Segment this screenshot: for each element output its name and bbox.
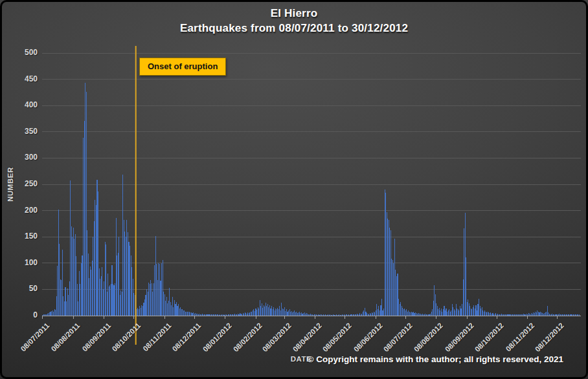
bar <box>87 230 87 316</box>
bar <box>208 314 209 316</box>
bar <box>167 303 168 316</box>
bar <box>122 292 122 316</box>
bar <box>519 314 520 316</box>
bar <box>551 314 552 316</box>
bar <box>201 314 201 316</box>
bar <box>328 314 328 316</box>
bar <box>516 314 517 316</box>
bar <box>236 314 236 316</box>
bar <box>163 260 163 316</box>
bar <box>335 315 335 316</box>
bar <box>146 289 147 316</box>
bar <box>456 304 457 316</box>
bar <box>429 314 429 316</box>
bar <box>547 306 548 316</box>
bar <box>477 310 477 316</box>
bar <box>96 180 97 316</box>
bar <box>469 306 470 316</box>
bar <box>200 314 201 316</box>
bar <box>374 312 374 316</box>
bar <box>291 311 292 316</box>
bar <box>280 310 281 316</box>
bar <box>460 306 460 316</box>
bar <box>571 314 571 316</box>
bar <box>548 312 548 316</box>
bar <box>212 314 212 316</box>
bar <box>298 312 299 316</box>
bar <box>68 295 69 316</box>
bar <box>444 306 444 316</box>
bar <box>497 314 497 316</box>
bar <box>331 315 332 316</box>
bar <box>400 304 400 316</box>
bar <box>556 314 556 316</box>
bar <box>445 310 446 316</box>
bar <box>417 314 418 316</box>
bar <box>69 281 70 316</box>
bar <box>343 315 343 316</box>
bar <box>260 300 260 316</box>
bar <box>144 299 145 316</box>
bar <box>544 313 545 316</box>
bar <box>357 314 357 316</box>
bar <box>156 264 157 316</box>
bar <box>452 304 453 316</box>
bar <box>468 299 468 316</box>
bar <box>61 280 62 316</box>
y-axis-tick-label: 250 <box>5 179 38 188</box>
bar <box>262 308 263 316</box>
bar <box>299 312 300 316</box>
bar <box>178 304 179 316</box>
bar <box>567 314 567 316</box>
bar <box>531 313 532 316</box>
bar <box>247 312 248 316</box>
bar <box>128 242 129 316</box>
bar <box>281 303 282 316</box>
bar <box>346 314 346 316</box>
bar <box>381 299 382 316</box>
bar <box>161 263 162 316</box>
bar <box>424 314 425 316</box>
bar <box>526 314 527 316</box>
bar <box>416 313 417 316</box>
bar <box>258 307 258 316</box>
bar <box>336 314 337 316</box>
bar <box>240 313 240 316</box>
bar <box>458 310 459 316</box>
bar <box>187 312 188 316</box>
bar <box>304 312 305 316</box>
bar <box>133 293 134 316</box>
bar <box>306 313 307 316</box>
bar <box>561 314 561 316</box>
bar <box>321 314 322 316</box>
bar <box>198 314 199 316</box>
bar <box>532 314 533 316</box>
bar <box>95 200 95 316</box>
bar <box>145 295 146 316</box>
bar <box>62 250 63 316</box>
bar <box>310 314 311 316</box>
bar <box>473 305 474 316</box>
bar <box>372 313 373 316</box>
bar <box>86 92 87 316</box>
bar <box>172 297 173 316</box>
bar <box>341 315 341 316</box>
bar <box>282 309 283 316</box>
bar <box>76 256 76 316</box>
bar <box>258 309 259 316</box>
bar <box>558 314 559 316</box>
bar <box>419 314 420 316</box>
bar <box>195 313 196 316</box>
bar <box>329 315 330 316</box>
bar <box>338 315 339 316</box>
bar <box>463 279 464 316</box>
bar <box>234 314 234 316</box>
bar <box>275 309 276 316</box>
bar <box>492 314 492 316</box>
bar <box>290 312 291 316</box>
bar <box>131 267 132 316</box>
bar <box>221 314 222 316</box>
bar <box>560 314 561 316</box>
bar <box>368 314 368 316</box>
bar <box>289 309 290 316</box>
